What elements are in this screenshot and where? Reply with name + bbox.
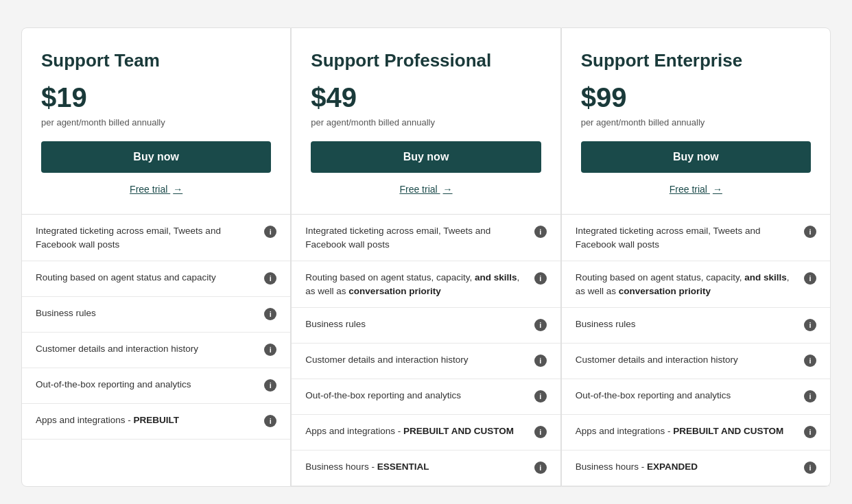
plan-billing-team: per agent/month billed annually: [41, 117, 271, 128]
feature-text: Business hours - ESSENTIAL: [305, 460, 534, 474]
plan-header-enterprise: Support Enterprise$99per agent/month bil…: [562, 28, 830, 215]
plan-title-professional: Support Professional: [311, 50, 541, 71]
info-icon[interactable]: i: [534, 226, 547, 238]
info-icon[interactable]: i: [804, 272, 816, 285]
free-trial-link-enterprise[interactable]: Free trial →: [581, 184, 811, 197]
info-icon[interactable]: i: [264, 344, 276, 356]
feature-row: Integrated ticketing across email, Tweet…: [292, 215, 560, 261]
plan-price-enterprise: $99: [581, 82, 811, 113]
feature-text: Customer details and interaction history: [576, 353, 804, 367]
info-icon[interactable]: i: [804, 319, 816, 331]
feature-row: Routing based on agent status, capacity,…: [562, 261, 830, 308]
feature-row: Out-of-the-box reporting and analyticsi: [562, 379, 830, 415]
plan-title-team: Support Team: [41, 50, 271, 71]
arrow-icon: →: [173, 184, 182, 195]
feature-text: Out-of-the-box reporting and analytics: [576, 389, 804, 403]
info-icon[interactable]: i: [534, 461, 547, 474]
feature-text: Apps and integrations - PREBUILT AND CUS…: [576, 424, 804, 438]
plan-price-professional: $49: [311, 82, 541, 113]
plan-card-professional: Support Professional$49per agent/month b…: [291, 27, 560, 487]
info-icon[interactable]: i: [264, 415, 276, 427]
arrow-icon: →: [443, 184, 453, 195]
feature-row: Out-of-the-box reporting and analyticsi: [22, 368, 290, 404]
feature-row: Business rulesi: [562, 308, 830, 344]
feature-text: Business rules: [305, 317, 534, 331]
info-icon[interactable]: i: [804, 226, 816, 238]
feature-text: Out-of-the-box reporting and analytics: [305, 389, 534, 403]
feature-text: Business rules: [576, 317, 804, 331]
feature-row: Customer details and interaction history…: [562, 344, 830, 379]
feature-row: Out-of-the-box reporting and analyticsi: [292, 379, 560, 415]
plan-title-enterprise: Support Enterprise: [581, 50, 811, 71]
feature-text: Business hours - EXPANDED: [576, 460, 804, 474]
plan-card-team: Support Team$19per agent/month billed an…: [21, 27, 291, 487]
feature-row: Apps and integrations - PREBUILTi: [22, 404, 290, 440]
feature-row: Integrated ticketing across email, Tweet…: [562, 215, 830, 261]
feature-text: Routing based on agent status, capacity,…: [576, 271, 804, 298]
plan-card-enterprise: Support Enterprise$99per agent/month bil…: [561, 27, 831, 487]
info-icon[interactable]: i: [264, 308, 276, 320]
feature-text: Apps and integrations - PREBUILT: [36, 413, 264, 427]
info-icon[interactable]: i: [534, 272, 547, 285]
feature-text: Integrated ticketing across email, Tweet…: [576, 224, 804, 251]
plan-price-team: $19: [41, 82, 271, 113]
buy-now-button-team[interactable]: Buy now: [41, 141, 271, 173]
feature-row: Business rulesi: [292, 308, 560, 344]
plan-billing-enterprise: per agent/month billed annually: [581, 117, 811, 128]
free-trial-link-team[interactable]: Free trial →: [41, 184, 271, 197]
feature-row: Customer details and interaction history…: [292, 344, 560, 379]
info-icon[interactable]: i: [804, 390, 816, 403]
info-icon[interactable]: i: [534, 319, 547, 331]
feature-row: Routing based on agent status, capacity,…: [292, 261, 560, 308]
feature-list-enterprise: Integrated ticketing across email, Tweet…: [562, 215, 830, 486]
feature-text: Out-of-the-box reporting and analytics: [36, 378, 264, 392]
info-icon[interactable]: i: [804, 426, 816, 438]
info-icon[interactable]: i: [534, 355, 547, 367]
feature-row: Apps and integrations - PREBUILT AND CUS…: [292, 415, 560, 451]
info-icon[interactable]: i: [804, 355, 816, 367]
feature-row: Apps and integrations - PREBUILT AND CUS…: [562, 415, 830, 451]
feature-row: Business hours - ESSENTIALi: [292, 451, 560, 486]
feature-list-team: Integrated ticketing across email, Tweet…: [22, 215, 290, 440]
feature-text: Integrated ticketing across email, Tweet…: [36, 224, 264, 251]
feature-row: Business rulesi: [22, 297, 290, 333]
feature-list-professional: Integrated ticketing across email, Tweet…: [292, 215, 560, 486]
plan-header-team: Support Team$19per agent/month billed an…: [22, 28, 290, 215]
buy-now-button-enterprise[interactable]: Buy now: [581, 141, 811, 173]
plan-billing-professional: per agent/month billed annually: [311, 117, 541, 128]
feature-row: Business hours - EXPANDEDi: [562, 451, 830, 486]
info-icon[interactable]: i: [264, 379, 276, 392]
feature-text: Business rules: [36, 307, 264, 320]
free-trial-link-professional[interactable]: Free trial →: [311, 184, 541, 197]
info-icon[interactable]: i: [534, 426, 547, 438]
feature-row: Routing based on agent status and capaci…: [22, 261, 290, 297]
feature-text: Integrated ticketing across email, Tweet…: [305, 224, 534, 251]
info-icon[interactable]: i: [264, 226, 276, 238]
plan-header-professional: Support Professional$49per agent/month b…: [292, 28, 560, 215]
feature-text: Apps and integrations - PREBUILT AND CUS…: [305, 424, 534, 438]
feature-text: Routing based on agent status and capaci…: [36, 271, 264, 285]
feature-text: Customer details and interaction history: [36, 342, 264, 356]
buy-now-button-professional[interactable]: Buy now: [311, 141, 541, 173]
info-icon[interactable]: i: [534, 390, 547, 403]
pricing-container: Support Team$19per agent/month billed an…: [21, 27, 831, 487]
feature-row: Customer details and interaction history…: [22, 333, 290, 368]
info-icon[interactable]: i: [264, 272, 276, 285]
info-icon[interactable]: i: [804, 461, 816, 474]
feature-text: Routing based on agent status, capacity,…: [305, 271, 534, 298]
arrow-icon: →: [713, 184, 722, 195]
feature-row: Integrated ticketing across email, Tweet…: [22, 215, 290, 261]
feature-text: Customer details and interaction history: [305, 353, 534, 367]
